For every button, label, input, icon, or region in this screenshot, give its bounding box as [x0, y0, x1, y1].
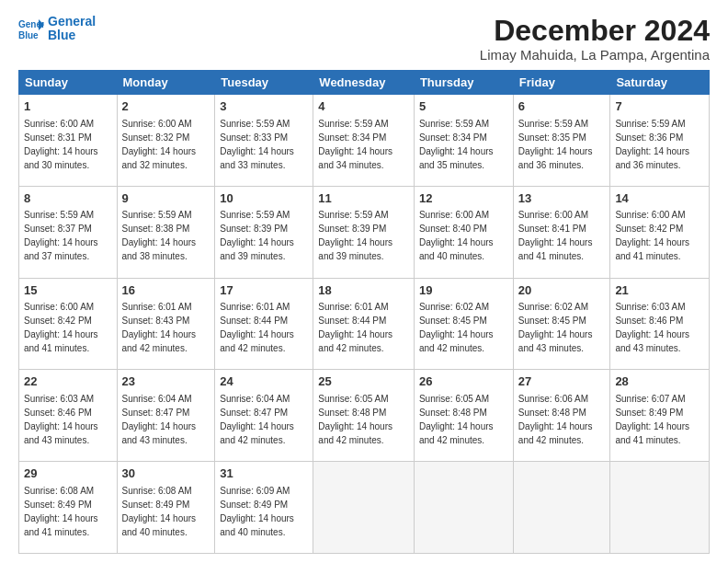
col-wednesday: Wednesday [313, 71, 415, 95]
calendar-cell: 13 Sunrise: 6:00 AMSunset: 8:41 PMDaylig… [513, 186, 610, 278]
day-detail: Sunrise: 6:01 AMSunset: 8:43 PMDaylight:… [122, 302, 197, 353]
calendar-cell: 10 Sunrise: 5:59 AMSunset: 8:39 PMDaylig… [215, 186, 313, 278]
day-detail: Sunrise: 6:00 AMSunset: 8:31 PMDaylight:… [24, 119, 98, 170]
calendar-week-row: 1 Sunrise: 6:00 AMSunset: 8:31 PMDayligh… [19, 95, 710, 187]
day-number: 21 [615, 282, 704, 299]
calendar-cell: 9 Sunrise: 5:59 AMSunset: 8:38 PMDayligh… [117, 186, 215, 278]
day-number: 30 [122, 465, 210, 482]
calendar-cell [313, 462, 415, 554]
main-title: December 2024 [480, 15, 710, 47]
day-detail: Sunrise: 5:59 AMSunset: 8:35 PMDaylight:… [518, 119, 593, 170]
calendar-week-row: 8 Sunrise: 5:59 AMSunset: 8:37 PMDayligh… [19, 186, 710, 278]
calendar-cell: 29 Sunrise: 6:08 AMSunset: 8:49 PMDaylig… [19, 462, 118, 554]
day-number: 16 [122, 282, 210, 299]
day-number: 22 [24, 373, 112, 390]
calendar-cell: 25 Sunrise: 6:05 AMSunset: 8:48 PMDaylig… [313, 370, 415, 462]
calendar-cell: 22 Sunrise: 6:03 AMSunset: 8:46 PMDaylig… [19, 370, 118, 462]
col-monday: Monday [117, 71, 215, 95]
calendar-cell: 21 Sunrise: 6:03 AMSunset: 8:46 PMDaylig… [610, 278, 710, 370]
day-detail: Sunrise: 6:01 AMSunset: 8:44 PMDaylight:… [220, 302, 294, 353]
day-detail: Sunrise: 6:08 AMSunset: 8:49 PMDaylight:… [24, 486, 98, 537]
day-number: 2 [122, 98, 210, 115]
day-number: 17 [220, 282, 308, 299]
col-saturday: Saturday [610, 71, 710, 95]
calendar-cell: 4 Sunrise: 5:59 AMSunset: 8:34 PMDayligh… [313, 95, 415, 187]
calendar-cell: 8 Sunrise: 5:59 AMSunset: 8:37 PMDayligh… [19, 186, 118, 278]
calendar-cell: 18 Sunrise: 6:01 AMSunset: 8:44 PMDaylig… [313, 278, 415, 370]
day-detail: Sunrise: 6:08 AMSunset: 8:49 PMDaylight:… [122, 486, 197, 537]
day-number: 7 [615, 98, 704, 115]
day-number: 23 [122, 373, 210, 390]
col-sunday: Sunday [19, 71, 118, 95]
calendar-cell: 5 Sunrise: 5:59 AMSunset: 8:34 PMDayligh… [414, 95, 513, 187]
calendar-cell [610, 462, 710, 554]
day-detail: Sunrise: 6:00 AMSunset: 8:40 PMDaylight:… [419, 210, 494, 261]
header: General Blue General Blue December 2024 … [18, 15, 710, 63]
calendar-cell: 28 Sunrise: 6:07 AMSunset: 8:49 PMDaylig… [610, 370, 710, 462]
day-detail: Sunrise: 6:00 AMSunset: 8:42 PMDaylight:… [615, 210, 689, 261]
calendar-week-row: 15 Sunrise: 6:00 AMSunset: 8:42 PMDaylig… [19, 278, 710, 370]
day-number: 27 [518, 373, 606, 390]
calendar-cell [513, 462, 610, 554]
page: General Blue General Blue December 2024 … [0, 0, 728, 563]
day-number: 31 [220, 465, 308, 482]
col-friday: Friday [513, 71, 610, 95]
day-number: 29 [24, 465, 112, 482]
logo-blue: Blue [48, 29, 96, 42]
day-detail: Sunrise: 6:00 AMSunset: 8:42 PMDaylight:… [24, 302, 98, 353]
day-detail: Sunrise: 6:04 AMSunset: 8:47 PMDaylight:… [122, 394, 197, 445]
day-number: 15 [24, 282, 112, 299]
calendar-cell: 14 Sunrise: 6:00 AMSunset: 8:42 PMDaylig… [610, 186, 710, 278]
day-detail: Sunrise: 6:03 AMSunset: 8:46 PMDaylight:… [615, 302, 689, 353]
calendar-cell: 6 Sunrise: 5:59 AMSunset: 8:35 PMDayligh… [513, 95, 610, 187]
day-number: 28 [615, 373, 704, 390]
day-detail: Sunrise: 6:06 AMSunset: 8:48 PMDaylight:… [518, 394, 593, 445]
day-detail: Sunrise: 5:59 AMSunset: 8:33 PMDaylight:… [220, 119, 294, 170]
day-number: 20 [518, 282, 606, 299]
calendar-cell: 1 Sunrise: 6:00 AMSunset: 8:31 PMDayligh… [19, 95, 118, 187]
day-detail: Sunrise: 5:59 AMSunset: 8:37 PMDaylight:… [24, 210, 98, 261]
day-number: 26 [419, 373, 508, 390]
day-number: 11 [318, 190, 409, 207]
day-detail: Sunrise: 5:59 AMSunset: 8:39 PMDaylight:… [318, 210, 392, 261]
day-number: 5 [419, 98, 508, 115]
day-detail: Sunrise: 6:05 AMSunset: 8:48 PMDaylight:… [419, 394, 494, 445]
day-detail: Sunrise: 5:59 AMSunset: 8:39 PMDaylight:… [220, 210, 294, 261]
day-detail: Sunrise: 5:59 AMSunset: 8:34 PMDaylight:… [419, 119, 494, 170]
day-number: 10 [220, 190, 308, 207]
day-detail: Sunrise: 6:07 AMSunset: 8:49 PMDaylight:… [615, 394, 689, 445]
subtitle: Limay Mahuida, La Pampa, Argentina [480, 47, 710, 63]
calendar-cell: 7 Sunrise: 5:59 AMSunset: 8:36 PMDayligh… [610, 95, 710, 187]
calendar-cell: 30 Sunrise: 6:08 AMSunset: 8:49 PMDaylig… [117, 462, 215, 554]
logo: General Blue General Blue [18, 15, 96, 43]
calendar-cell: 16 Sunrise: 6:01 AMSunset: 8:43 PMDaylig… [117, 278, 215, 370]
day-number: 6 [518, 98, 606, 115]
day-number: 8 [24, 190, 112, 207]
calendar-cell: 26 Sunrise: 6:05 AMSunset: 8:48 PMDaylig… [414, 370, 513, 462]
day-detail: Sunrise: 6:02 AMSunset: 8:45 PMDaylight:… [518, 302, 593, 353]
calendar-cell: 27 Sunrise: 6:06 AMSunset: 8:48 PMDaylig… [513, 370, 610, 462]
day-number: 4 [318, 98, 409, 115]
day-detail: Sunrise: 6:01 AMSunset: 8:44 PMDaylight:… [318, 302, 392, 353]
logo-icon: General Blue [18, 16, 44, 41]
calendar-cell [414, 462, 513, 554]
day-detail: Sunrise: 6:03 AMSunset: 8:46 PMDaylight:… [24, 394, 98, 445]
day-number: 13 [518, 190, 606, 207]
calendar-cell: 11 Sunrise: 5:59 AMSunset: 8:39 PMDaylig… [313, 186, 415, 278]
calendar-cell: 20 Sunrise: 6:02 AMSunset: 8:45 PMDaylig… [513, 278, 610, 370]
day-number: 12 [419, 190, 508, 207]
calendar-header-row: Sunday Monday Tuesday Wednesday Thursday… [19, 71, 710, 95]
calendar-table: Sunday Monday Tuesday Wednesday Thursday… [18, 70, 710, 554]
calendar-week-row: 22 Sunrise: 6:03 AMSunset: 8:46 PMDaylig… [19, 370, 710, 462]
logo-general: General [48, 15, 96, 29]
day-detail: Sunrise: 5:59 AMSunset: 8:36 PMDaylight:… [615, 119, 689, 170]
day-detail: Sunrise: 6:04 AMSunset: 8:47 PMDaylight:… [220, 394, 294, 445]
day-detail: Sunrise: 5:59 AMSunset: 8:34 PMDaylight:… [318, 119, 392, 170]
calendar-cell: 17 Sunrise: 6:01 AMSunset: 8:44 PMDaylig… [215, 278, 313, 370]
calendar-cell: 2 Sunrise: 6:00 AMSunset: 8:32 PMDayligh… [117, 95, 215, 187]
col-thursday: Thursday [414, 71, 513, 95]
day-detail: Sunrise: 6:00 AMSunset: 8:32 PMDaylight:… [122, 119, 197, 170]
day-number: 3 [220, 98, 308, 115]
day-number: 1 [24, 98, 112, 115]
col-tuesday: Tuesday [215, 71, 313, 95]
